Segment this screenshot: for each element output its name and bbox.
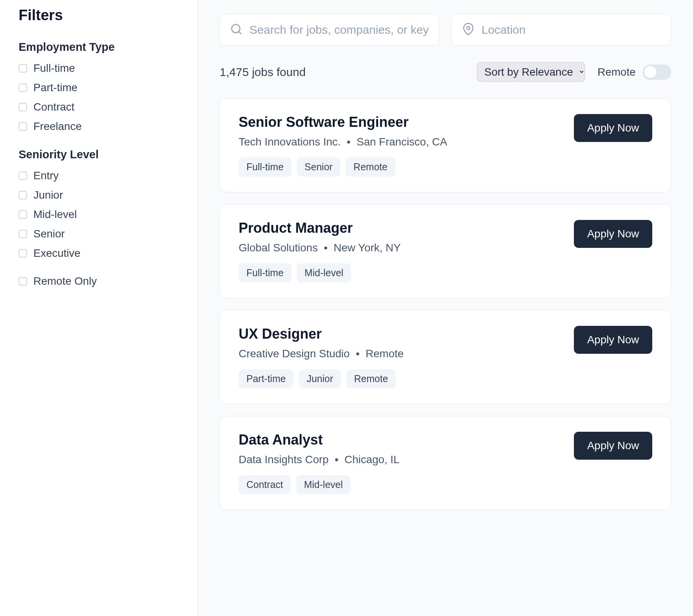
job-location: New York, NY: [334, 242, 401, 254]
filter-label: Mid-level: [33, 208, 77, 221]
controls-right: Sort by Relevance Sort by Date Sort by S…: [477, 62, 671, 82]
job-card: Product Manager Global Solutions • New Y…: [220, 204, 671, 298]
apply-button[interactable]: Apply Now: [574, 326, 652, 354]
checkbox-icon: [19, 249, 27, 258]
job-location: San Francisco, CA: [357, 136, 447, 148]
filter-group-employment-type: Employment Type Full-time Part-time Cont…: [19, 41, 179, 133]
job-tags: Contract Mid-level: [239, 475, 561, 494]
search-input[interactable]: [249, 23, 429, 36]
filters-title: Filters: [19, 7, 179, 24]
job-tag: Full-time: [239, 157, 291, 176]
job-tag: Senior: [297, 157, 340, 176]
job-meta: Data Insights Corp • Chicago, IL: [239, 453, 561, 466]
job-tag: Mid-level: [296, 475, 350, 494]
filters-sidebar: Filters Employment Type Full-time Part-t…: [0, 0, 198, 616]
filter-heading: Seniority Level: [19, 148, 179, 161]
job-meta: Tech Innovations Inc. • San Francisco, C…: [239, 136, 561, 148]
filter-label: Contract: [33, 101, 74, 113]
filter-label: Freelance: [33, 120, 82, 133]
job-location: Remote: [366, 348, 404, 360]
apply-button[interactable]: Apply Now: [574, 114, 652, 142]
remote-toggle-label: Remote: [598, 66, 636, 78]
checkbox-icon: [19, 171, 27, 180]
job-info: UX Designer Creative Design Studio • Rem…: [239, 326, 561, 388]
controls-row: 1,475 jobs found Sort by Relevance Sort …: [220, 62, 671, 82]
job-tag: Part-time: [239, 369, 293, 388]
job-tag: Remote: [346, 157, 395, 176]
svg-point-2: [467, 26, 470, 29]
job-company: Tech Innovations Inc.: [239, 136, 341, 148]
job-info: Product Manager Global Solutions • New Y…: [239, 220, 561, 282]
job-company: Creative Design Studio: [239, 348, 350, 360]
job-tags: Full-time Senior Remote: [239, 157, 561, 176]
filter-option-contract[interactable]: Contract: [19, 101, 179, 113]
job-card: UX Designer Creative Design Studio • Rem…: [220, 310, 671, 404]
job-meta: Creative Design Studio • Remote: [239, 348, 561, 360]
location-input[interactable]: [482, 23, 661, 36]
switch-knob-icon: [644, 66, 657, 78]
filter-label: Entry: [33, 170, 59, 182]
job-list: Senior Software Engineer Tech Innovation…: [220, 98, 671, 510]
job-title: Senior Software Engineer: [239, 114, 561, 130]
job-title: Data Analyst: [239, 432, 561, 448]
checkbox-icon: [19, 122, 27, 131]
checkbox-icon: [19, 191, 27, 199]
job-tag: Mid-level: [297, 263, 351, 282]
filter-option-mid-level[interactable]: Mid-level: [19, 208, 179, 221]
svg-line-1: [239, 31, 241, 34]
location-pin-icon: [462, 23, 475, 37]
job-tag: Full-time: [239, 263, 291, 282]
filter-option-executive[interactable]: Executive: [19, 247, 179, 260]
job-company: Data Insights Corp: [239, 453, 329, 465]
checkbox-icon: [19, 103, 27, 111]
job-info: Senior Software Engineer Tech Innovation…: [239, 114, 561, 176]
filter-label: Executive: [33, 247, 80, 260]
filter-option-freelance[interactable]: Freelance: [19, 120, 179, 133]
checkbox-icon: [19, 230, 27, 238]
job-card: Data Analyst Data Insights Corp • Chicag…: [220, 416, 671, 510]
filter-label: Full-time: [33, 62, 75, 74]
main-content: 1,475 jobs found Sort by Relevance Sort …: [198, 0, 693, 616]
checkbox-icon: [19, 83, 27, 92]
job-location: Chicago, IL: [345, 453, 400, 465]
filter-option-remote-only[interactable]: Remote Only: [19, 275, 179, 287]
filter-option-entry[interactable]: Entry: [19, 170, 179, 182]
checkbox-icon: [19, 210, 27, 219]
filter-label: Junior: [33, 189, 63, 201]
job-tags: Full-time Mid-level: [239, 263, 561, 282]
filter-label: Remote Only: [33, 275, 97, 287]
job-tag: Junior: [299, 369, 341, 388]
checkbox-icon: [19, 277, 27, 286]
filter-option-senior[interactable]: Senior: [19, 228, 179, 240]
job-tag: Contract: [239, 475, 291, 494]
filter-heading: Employment Type: [19, 41, 179, 54]
filter-group-seniority-level: Seniority Level Entry Junior Mid-level S…: [19, 148, 179, 260]
sort-select[interactable]: Sort by Relevance Sort by Date Sort by S…: [477, 62, 585, 82]
jobs-found-count: 1,475 jobs found: [220, 66, 306, 79]
job-tag: Remote: [346, 369, 396, 388]
search-location-box[interactable]: [452, 14, 671, 46]
apply-button[interactable]: Apply Now: [574, 220, 652, 248]
filter-option-full-time[interactable]: Full-time: [19, 62, 179, 74]
filter-label: Senior: [33, 228, 65, 240]
remote-toggle[interactable]: [643, 64, 671, 80]
filter-option-junior[interactable]: Junior: [19, 189, 179, 201]
job-tags: Part-time Junior Remote: [239, 369, 561, 388]
search-jobs-box[interactable]: [220, 14, 439, 46]
checkbox-icon: [19, 64, 27, 73]
remote-toggle-wrapper: Remote: [598, 64, 671, 80]
job-company: Global Solutions: [239, 242, 318, 254]
job-meta: Global Solutions • New York, NY: [239, 242, 561, 254]
filter-label: Part-time: [33, 81, 78, 94]
search-row: [220, 14, 671, 46]
job-title: UX Designer: [239, 326, 561, 342]
job-card: Senior Software Engineer Tech Innovation…: [220, 98, 671, 192]
search-icon: [230, 23, 243, 37]
filter-option-part-time[interactable]: Part-time: [19, 81, 179, 94]
apply-button[interactable]: Apply Now: [574, 432, 652, 460]
job-title: Product Manager: [239, 220, 561, 236]
job-info: Data Analyst Data Insights Corp • Chicag…: [239, 432, 561, 494]
